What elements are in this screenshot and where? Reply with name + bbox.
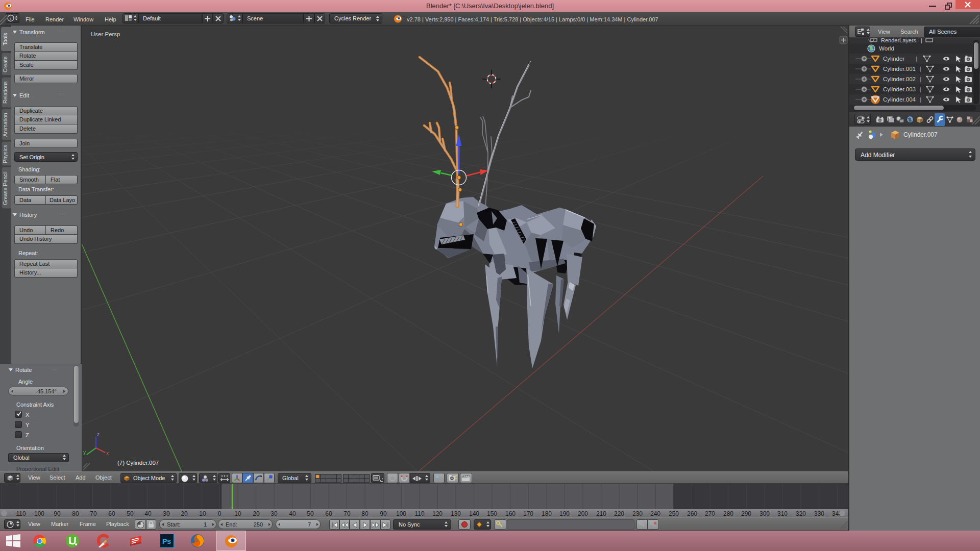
svg-text:Ps: Ps <box>162 537 171 545</box>
svg-text:Cylinder.001: Cylinder.001 <box>883 66 916 72</box>
svg-text:World: World <box>879 45 894 52</box>
svg-text:|: | <box>920 96 921 103</box>
svg-text:|: | <box>920 76 921 82</box>
svg-text:User Persp: User Persp <box>91 31 120 37</box>
svg-text:z: z <box>97 432 100 437</box>
svg-text:Cylinder.003: Cylinder.003 <box>883 86 916 92</box>
svg-text:(7) Cylinder.007: (7) Cylinder.007 <box>117 460 159 466</box>
svg-text:RenderLayers: RenderLayers <box>881 38 917 43</box>
svg-text:Cylinder: Cylinder <box>883 56 904 62</box>
svg-text:Cylinder.007: Cylinder.007 <box>903 131 938 138</box>
svg-text:x: x <box>106 450 109 456</box>
svg-text:|: | <box>921 38 922 43</box>
svg-text:|: | <box>920 86 921 92</box>
svg-text:Cylinder.002: Cylinder.002 <box>883 76 916 82</box>
svg-text:Cylinder.004: Cylinder.004 <box>883 96 916 103</box>
svg-text:|: | <box>920 66 921 72</box>
svg-text:i: i <box>10 16 12 21</box>
svg-text:y: y <box>83 449 86 455</box>
svg-text:|: | <box>916 56 917 62</box>
